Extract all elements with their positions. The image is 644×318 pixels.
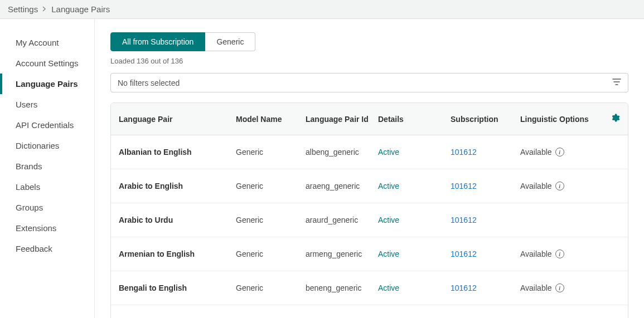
cell-subscription[interactable]: 101612 (451, 249, 520, 258)
cell-language-pair-id: beneng_generic (306, 283, 378, 292)
cell-model-name: Generic (236, 182, 306, 190)
sidebar-item-account-settings[interactable]: Account Settings (0, 53, 94, 74)
linguistic-text: Available (520, 182, 552, 190)
th-subscription[interactable]: Subscription (451, 115, 520, 124)
linguistic-text: Available (520, 249, 552, 258)
cell-language-pair-id: araurd_generic (306, 216, 378, 224)
sidebar-item-users[interactable]: Users (0, 94, 94, 115)
cell-linguistic-options: Availablei (520, 249, 604, 258)
sidebar-item-language-pairs[interactable]: Language Pairs (0, 74, 94, 94)
sidebar-item-label: Account Settings (16, 58, 79, 68)
chevron-right-icon (42, 6, 47, 13)
sidebar-item-api-credentials[interactable]: API Credentials (0, 115, 94, 135)
sidebar-item-my-account[interactable]: My Account (0, 32, 94, 53)
breadcrumb: Settings Language Pairs (0, 0, 644, 19)
cell-linguistic-options: Availablei (520, 148, 604, 156)
filter-bar[interactable]: No filters selected (110, 73, 628, 92)
table-row: Arabic to UrduGenericaraurd_genericActiv… (111, 203, 628, 237)
sidebar-item-dictionaries[interactable]: Dictionaries (0, 135, 94, 156)
sidebar: My AccountAccount SettingsLanguage Pairs… (0, 19, 95, 318)
cell-language-pair: Albanian to English (119, 148, 236, 156)
sidebar-item-label: Users (16, 100, 37, 109)
sidebar-item-label: API Credentials (16, 120, 74, 130)
table-header-row: Language Pair Model Name Language Pair I… (111, 103, 628, 135)
tab-all-from-subscription[interactable]: All from Subscription (110, 32, 205, 51)
cell-model-name: Generic (236, 216, 306, 224)
cell-subscription[interactable]: 101612 (451, 148, 520, 156)
cell-details: Active (378, 249, 451, 258)
cell-subscription[interactable]: 101612 (451, 216, 520, 224)
info-icon[interactable]: i (555, 182, 564, 190)
language-pairs-table: Language Pair Model Name Language Pair I… (110, 102, 628, 318)
tab-generic[interactable]: Generic (205, 32, 255, 51)
cell-language-pair: Bengali to English (119, 283, 236, 292)
sidebar-item-brands[interactable]: Brands (0, 156, 94, 177)
cell-language-pair: Arabic to Urdu (119, 216, 236, 224)
cell-subscription[interactable]: 101612 (451, 283, 520, 292)
cell-linguistic-options: Availablei (520, 283, 604, 292)
table-row: Bosnian to EnglishGenericboseng_genericA… (111, 305, 628, 318)
sidebar-item-label: Groups (16, 203, 43, 212)
cell-details: Active (378, 148, 451, 156)
sidebar-item-label: Extensions (16, 223, 56, 233)
sidebar-item-feedback[interactable]: Feedback (0, 238, 94, 259)
breadcrumb-root[interactable]: Settings (8, 4, 38, 14)
cell-linguistic-options: Availablei (520, 182, 604, 190)
cell-model-name: Generic (236, 283, 306, 292)
filter-icon[interactable] (612, 78, 621, 87)
tab-row: All from Subscription Generic (110, 32, 628, 51)
linguistic-text: Available (520, 148, 552, 156)
sidebar-item-label: Brands (16, 162, 42, 171)
sidebar-item-label: Language Pairs (16, 79, 78, 89)
table-row: Arabic to EnglishGenericaraeng_genericAc… (111, 169, 628, 203)
gear-icon[interactable] (610, 116, 620, 125)
th-details[interactable]: Details (378, 115, 451, 124)
info-icon[interactable]: i (555, 148, 564, 156)
cell-subscription[interactable]: 101612 (451, 182, 520, 190)
cell-details: Active (378, 216, 451, 224)
sidebar-item-label: Labels (16, 182, 40, 192)
cell-language-pair: Arabic to English (119, 182, 236, 190)
th-language-pair-id[interactable]: Language Pair Id (306, 115, 378, 124)
sidebar-item-label: Feedback (16, 244, 52, 253)
main-content: All from Subscription Generic Loaded 136… (95, 19, 644, 318)
sidebar-item-groups[interactable]: Groups (0, 197, 94, 218)
info-icon[interactable]: i (555, 249, 564, 258)
cell-language-pair-id: armeng_generic (306, 249, 378, 258)
sidebar-item-label: Dictionaries (16, 141, 59, 150)
sidebar-item-label: My Account (16, 38, 59, 47)
th-linguistic-options[interactable]: Linguistic Options (520, 115, 604, 124)
breadcrumb-current: Language Pairs (51, 4, 110, 14)
table-row: Bengali to EnglishGenericbeneng_genericA… (111, 271, 628, 305)
cell-language-pair-id: albeng_generic (306, 148, 378, 156)
table-row: Armenian to EnglishGenericarmeng_generic… (111, 237, 628, 271)
cell-language-pair-id: araeng_generic (306, 182, 378, 190)
sidebar-item-labels[interactable]: Labels (0, 177, 94, 197)
cell-language-pair: Armenian to English (119, 249, 236, 258)
table-row: Albanian to EnglishGenericalbeng_generic… (111, 135, 628, 169)
cell-model-name: Generic (236, 249, 306, 258)
linguistic-text: Available (520, 283, 552, 292)
sidebar-item-extensions[interactable]: Extensions (0, 218, 94, 238)
info-icon[interactable]: i (555, 283, 564, 292)
th-language-pair[interactable]: Language Pair (119, 115, 236, 124)
cell-model-name: Generic (236, 148, 306, 156)
cell-details: Active (378, 182, 451, 190)
cell-details: Active (378, 283, 451, 292)
filter-text: No filters selected (118, 79, 612, 87)
loaded-count: Loaded 136 out of 136 (110, 57, 628, 65)
th-model-name[interactable]: Model Name (236, 115, 306, 124)
